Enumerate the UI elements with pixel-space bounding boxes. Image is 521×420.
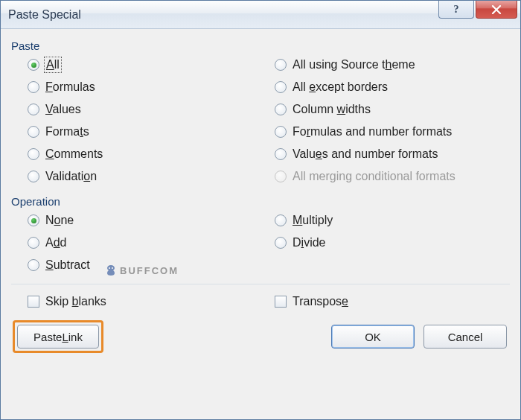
- radio-label: Formulas: [45, 80, 95, 94]
- paste-link-highlight: Paste Link: [13, 320, 103, 353]
- radio-option[interactable]: Formulas: [28, 80, 260, 94]
- radio-icon: [275, 126, 287, 138]
- help-button[interactable]: ?: [438, 1, 474, 19]
- radio-icon: [275, 237, 287, 249]
- operation-group-label: Operation: [11, 195, 510, 208]
- radio-icon: [28, 81, 39, 93]
- transpose-label: Transpose: [293, 295, 348, 308]
- skip-blanks-label: Skip blanks: [45, 295, 106, 308]
- paste-group-label: Paste: [11, 39, 510, 52]
- radio-label: All using Source theme: [293, 58, 415, 71]
- radio-label: All except borders: [293, 80, 388, 94]
- radio-icon: [275, 214, 287, 226]
- paste-special-dialog: Paste Special ? Paste AllAll using Sourc…: [0, 0, 521, 420]
- radio-label: Comments: [45, 147, 103, 161]
- radio-label: None: [45, 214, 74, 227]
- radio-icon: [28, 171, 39, 182]
- checkbox-icon: [28, 296, 39, 308]
- radio-label: Subtract: [45, 258, 90, 272]
- radio-option[interactable]: Comments: [28, 147, 260, 161]
- window-controls: ?: [438, 1, 519, 28]
- radio-label: Column widths: [293, 103, 371, 116]
- radio-option[interactable]: Formulas and number formats: [275, 125, 507, 139]
- checkbox-row: Skip blanks Transpose: [11, 292, 510, 316]
- radio-option[interactable]: Column widths: [275, 103, 507, 116]
- skip-blanks-checkbox[interactable]: Skip blanks: [28, 295, 260, 308]
- radio-label: Formulas and number formats: [293, 125, 452, 139]
- operation-options: NoneMultiplyAddDivideSubtract: [11, 212, 510, 279]
- radio-icon: [275, 81, 287, 93]
- close-button[interactable]: [476, 1, 517, 19]
- paste-link-button[interactable]: Paste Link: [17, 325, 99, 349]
- radio-label: All merging conditional formats: [293, 170, 456, 183]
- paste-options: AllAll using Source themeFormulasAll exc…: [11, 57, 510, 191]
- radio-icon: [275, 104, 287, 115]
- radio-option[interactable]: Formats: [28, 125, 260, 139]
- radio-label: Formats: [45, 125, 89, 139]
- radio-label: Divide: [293, 236, 325, 249]
- radio-option[interactable]: Validation: [28, 170, 260, 183]
- radio-option[interactable]: Values: [28, 103, 260, 116]
- radio-option[interactable]: Multiply: [275, 214, 507, 227]
- divider: [11, 284, 510, 284]
- radio-label: Values and number formats: [293, 147, 438, 161]
- radio-option[interactable]: Divide: [275, 236, 507, 249]
- titlebar: Paste Special ?: [1, 1, 520, 29]
- radio-option[interactable]: All except borders: [275, 80, 507, 94]
- radio-icon: [28, 237, 39, 249]
- radio-option[interactable]: None: [28, 214, 260, 227]
- radio-label: Add: [45, 236, 66, 249]
- window-title: Paste Special: [8, 8, 81, 22]
- cancel-button[interactable]: Cancel: [423, 325, 507, 349]
- radio-label: Multiply: [293, 214, 333, 227]
- radio-option[interactable]: Add: [28, 236, 260, 249]
- radio-label: Values: [45, 103, 81, 116]
- radio-icon: [28, 126, 39, 138]
- radio-icon: [275, 148, 287, 160]
- radio-icon: [28, 148, 39, 160]
- radio-icon: [28, 214, 39, 226]
- radio-icon: [28, 259, 39, 271]
- radio-label: All: [45, 58, 60, 71]
- radio-option: All merging conditional formats: [275, 170, 507, 183]
- radio-option[interactable]: Values and number formats: [275, 147, 507, 161]
- radio-option[interactable]: Subtract: [28, 258, 260, 272]
- dialog-content: Paste AllAll using Source themeFormulasA…: [1, 29, 520, 419]
- radio-icon: [28, 59, 39, 71]
- ok-button[interactable]: OK: [331, 325, 415, 349]
- radio-label: Validation: [45, 170, 97, 183]
- radio-option[interactable]: All: [28, 58, 260, 71]
- radio-icon: [275, 59, 287, 71]
- radio-icon: [275, 171, 287, 182]
- radio-icon: [28, 104, 39, 115]
- checkbox-icon: [275, 296, 287, 308]
- radio-option[interactable]: All using Source theme: [275, 58, 507, 71]
- button-row: Paste Link OK Cancel: [11, 316, 510, 353]
- transpose-checkbox[interactable]: Transpose: [275, 295, 507, 308]
